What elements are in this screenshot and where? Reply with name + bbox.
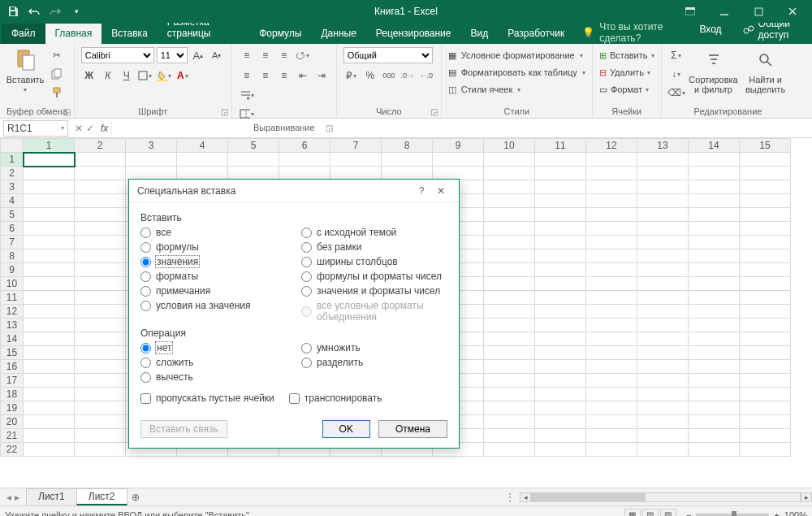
cell[interactable]: [484, 194, 535, 208]
cell[interactable]: [535, 374, 586, 388]
cell[interactable]: [740, 236, 791, 249]
cell[interactable]: [740, 319, 791, 332]
cell[interactable]: [535, 346, 586, 360]
cell-styles-button[interactable]: ◫Стили ячеек▾: [448, 81, 585, 98]
close-icon[interactable]: [778, 2, 807, 20]
select-all-corner[interactable]: [1, 139, 24, 153]
cell[interactable]: [637, 263, 689, 277]
wrap-text-icon[interactable]: [239, 87, 255, 103]
column-header[interactable]: 8: [382, 139, 433, 153]
minimize-icon[interactable]: [710, 2, 739, 20]
cell[interactable]: [484, 236, 535, 249]
cell[interactable]: [740, 429, 791, 443]
cell[interactable]: [740, 194, 791, 208]
cell[interactable]: [689, 415, 740, 429]
cell[interactable]: [24, 167, 75, 180]
cell[interactable]: [740, 167, 791, 180]
cell[interactable]: [382, 167, 433, 180]
cell[interactable]: [586, 415, 637, 429]
cell[interactable]: [689, 222, 740, 236]
radio-option[interactable]: нет: [140, 342, 287, 353]
cell[interactable]: [330, 153, 382, 167]
cell[interactable]: [535, 332, 586, 346]
cell[interactable]: [75, 388, 126, 401]
cell[interactable]: [228, 167, 279, 180]
cell[interactable]: [535, 360, 586, 374]
cell[interactable]: [535, 222, 586, 236]
cell[interactable]: [740, 443, 791, 457]
radio-option[interactable]: значения и форматы чисел: [301, 285, 447, 297]
cell[interactable]: [689, 153, 740, 167]
cell[interactable]: [75, 332, 126, 346]
cell[interactable]: [24, 374, 75, 388]
cell[interactable]: [382, 153, 433, 167]
cut-icon[interactable]: ✂: [49, 47, 65, 63]
cell[interactable]: [75, 263, 126, 277]
cell[interactable]: [689, 277, 740, 291]
cell[interactable]: [637, 401, 689, 415]
cell[interactable]: [586, 305, 637, 319]
radio-option[interactable]: с исходной темой: [301, 227, 447, 238]
radio-option[interactable]: значения: [140, 256, 287, 267]
cell[interactable]: [586, 319, 637, 332]
cell[interactable]: [586, 374, 637, 388]
row-header[interactable]: 19: [1, 401, 24, 415]
column-header[interactable]: 9: [433, 139, 484, 153]
radio-option[interactable]: сложить: [140, 357, 287, 368]
normal-view-icon[interactable]: ▦: [624, 509, 641, 517]
tab-Вид[interactable]: Вид: [460, 24, 498, 44]
cell[interactable]: [637, 249, 689, 263]
cell[interactable]: [535, 167, 586, 180]
increase-font-icon[interactable]: A▴: [190, 47, 206, 63]
cell[interactable]: [586, 249, 637, 263]
cell[interactable]: [637, 222, 689, 236]
tab-Главная[interactable]: Главная: [45, 24, 102, 44]
cell[interactable]: [535, 249, 586, 263]
cell[interactable]: [433, 153, 484, 167]
save-icon[interactable]: [3, 2, 23, 20]
cell[interactable]: [586, 429, 637, 443]
copy-icon[interactable]: [49, 66, 65, 82]
skip-blanks-checkbox[interactable]: пропускать пустые ячейки: [140, 392, 274, 404]
column-header[interactable]: 10: [484, 139, 535, 153]
cell[interactable]: [637, 332, 689, 346]
align-middle-icon[interactable]: ≡: [257, 47, 274, 63]
cell[interactable]: [330, 167, 382, 180]
row-header[interactable]: 21: [1, 429, 24, 443]
cell[interactable]: [433, 167, 484, 180]
row-header[interactable]: 20: [1, 415, 24, 429]
border-icon[interactable]: [137, 67, 153, 84]
cell[interactable]: [75, 153, 126, 167]
orientation-icon[interactable]: ⭯: [295, 47, 311, 63]
cell[interactable]: [586, 388, 637, 401]
cell[interactable]: [689, 346, 740, 360]
page-break-view-icon[interactable]: ▧: [660, 509, 676, 517]
cell[interactable]: [484, 167, 535, 180]
cell[interactable]: [484, 332, 535, 346]
cell[interactable]: [586, 180, 637, 194]
paste-button[interactable]: Вставить ▾: [6, 47, 44, 93]
cell[interactable]: [177, 167, 228, 180]
tab-file[interactable]: Файл: [2, 24, 45, 44]
row-header[interactable]: 7: [1, 236, 24, 249]
cell[interactable]: [228, 153, 279, 167]
column-header[interactable]: 7: [330, 139, 382, 153]
column-header[interactable]: 6: [279, 139, 330, 153]
dialog-launcher-icon[interactable]: ◲: [221, 107, 228, 116]
number-format-select[interactable]: Общий: [343, 47, 433, 63]
cell[interactable]: [689, 429, 740, 443]
cell[interactable]: [24, 153, 75, 167]
cell[interactable]: [637, 429, 689, 443]
cell[interactable]: [484, 388, 535, 401]
cell[interactable]: [535, 401, 586, 415]
cell[interactable]: [637, 374, 689, 388]
cell[interactable]: [24, 208, 75, 222]
radio-option[interactable]: ширины столбцов: [301, 256, 447, 267]
column-header[interactable]: 13: [637, 139, 689, 153]
column-header[interactable]: 12: [586, 139, 637, 153]
maximize-icon[interactable]: [744, 2, 773, 20]
cell[interactable]: [740, 291, 791, 305]
cell[interactable]: [689, 236, 740, 249]
cell[interactable]: [75, 319, 126, 332]
cell[interactable]: [586, 153, 637, 167]
